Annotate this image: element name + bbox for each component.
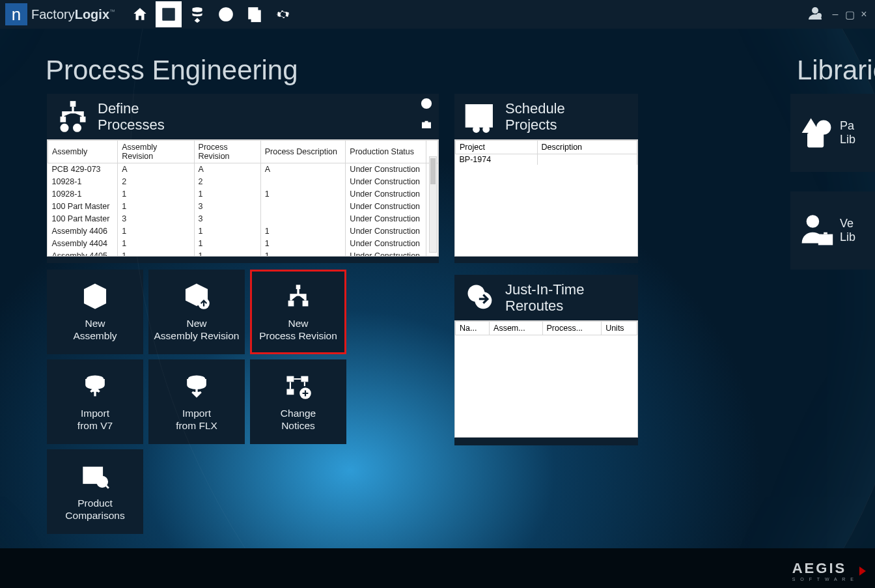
page-title: Process Engineering: [46, 55, 298, 86]
brand-b: Logix: [75, 7, 109, 21]
svg-rect-37: [818, 234, 833, 245]
table-row[interactable]: PCB 429-073AAAUnder Construction: [48, 163, 438, 176]
tile-comparisons[interactable]: ProductComparisons: [47, 449, 143, 534]
define-title-2: Processes: [98, 117, 165, 133]
svg-rect-25: [303, 300, 309, 306]
jit-icon: [461, 279, 500, 316]
maximize-button[interactable]: ▢: [844, 8, 855, 21]
jit-grid[interactable]: Na... Assem... Process... Units: [454, 320, 638, 438]
nav-home[interactable]: [127, 1, 153, 27]
col-name[interactable]: Na...: [456, 322, 490, 335]
side-section-title: Librarie: [797, 55, 875, 86]
action-tiles: NewAssemblyNewAssembly RevisionNewProces…: [47, 270, 444, 534]
svg-point-21: [475, 292, 492, 309]
svg-rect-8: [80, 117, 86, 122]
svg-rect-7: [61, 117, 66, 122]
svg-rect-0: [162, 8, 175, 21]
tile-from-flx[interactable]: Importfrom FLX: [148, 359, 245, 444]
col-assem[interactable]: Assem...: [490, 322, 542, 335]
footer: AEGIS S O F T W A R E: [0, 548, 875, 588]
svg-rect-28: [286, 376, 294, 382]
col-assembly[interactable]: Assembly: [48, 141, 118, 163]
col-assembly-rev[interactable]: Assembly Revision: [118, 141, 194, 163]
user-icon[interactable]: [807, 5, 823, 23]
side-tile-ve[interactable]: VeLib: [790, 191, 875, 270]
define-icon: [53, 98, 92, 135]
svg-rect-14: [423, 122, 431, 128]
table-row[interactable]: 10928-1111Under Construction: [48, 188, 438, 201]
nav-settings[interactable]: [270, 1, 296, 27]
schedule-grid[interactable]: Project Description BP-1974: [454, 139, 638, 257]
define-processes-panel: Define Processes Assembly Assembly Revis…: [47, 94, 439, 263]
svg-rect-30: [286, 389, 294, 395]
svg-rect-24: [288, 300, 294, 306]
schedule-icon: [461, 98, 500, 135]
tile-notices[interactable]: ChangeNotices: [250, 359, 346, 444]
col-project[interactable]: Project: [456, 141, 538, 154]
table-row[interactable]: 100 Part Master13Under Construction: [48, 201, 438, 213]
brand: FactoryLogix™: [31, 7, 115, 22]
tile-process-revision[interactable]: NewProcess Revision: [250, 270, 346, 354]
nav-import[interactable]: [184, 1, 210, 27]
svg-rect-3: [252, 11, 260, 21]
col-units[interactable]: Units: [602, 322, 637, 335]
library-tiles: PaLibVeLib: [790, 94, 875, 270]
schedule-projects-panel: Schedule Projects Project Description BP…: [454, 94, 638, 263]
svg-rect-35: [807, 133, 824, 147]
jit-title-2: Reroutes: [505, 298, 584, 314]
table-row[interactable]: Assembly 4404111Under Construction: [48, 238, 438, 250]
aegis-logo: AEGIS S O F T W A R E: [792, 560, 866, 581]
table-row[interactable]: Assembly 4405111Under Construction: [48, 250, 438, 257]
tile-assembly-revision[interactable]: NewAssembly Revision: [148, 270, 245, 354]
table-row[interactable]: Assembly 4406111Under Construction: [48, 225, 438, 238]
top-nav: [127, 1, 296, 27]
briefcase-icon[interactable]: [421, 119, 432, 133]
window-controls: – ▢ ×: [829, 8, 870, 21]
svg-rect-29: [301, 376, 308, 382]
topbar: n FactoryLogix™ – ▢ ×: [0, 0, 875, 29]
col-process[interactable]: Process...: [542, 322, 602, 335]
svg-point-36: [807, 215, 820, 228]
svg-rect-6: [70, 101, 76, 107]
table-row[interactable]: 100 Part Master33Under Construction: [48, 213, 438, 225]
app-logo: n: [5, 3, 27, 25]
svg-point-18: [475, 128, 477, 130]
table-row[interactable]: BP-1974: [456, 154, 637, 165]
nav-dashboard[interactable]: [156, 1, 182, 27]
nav-globe[interactable]: [213, 1, 239, 27]
add-icon[interactable]: [421, 98, 432, 112]
jit-title-1: Just-In-Time: [505, 281, 584, 298]
schedule-title-1: Schedule: [505, 100, 565, 117]
schedule-title-2: Projects: [505, 117, 565, 133]
define-grid[interactable]: Assembly Assembly Revision Process Revis…: [47, 139, 439, 257]
define-title-1: Define: [98, 100, 165, 117]
col-status[interactable]: Production Status: [346, 141, 426, 163]
svg-point-4: [812, 7, 818, 14]
jit-reroutes-panel: Just-In-Time Reroutes Na... Assem... Pro…: [454, 275, 638, 445]
minimize-button[interactable]: –: [829, 8, 841, 21]
tile-assembly[interactable]: NewAssembly: [47, 270, 143, 354]
close-button[interactable]: ×: [858, 8, 870, 21]
svg-point-34: [816, 120, 831, 134]
col-process-desc[interactable]: Process Description: [260, 141, 346, 163]
nav-pages[interactable]: [242, 1, 268, 27]
brand-a: Factory: [31, 7, 75, 21]
svg-rect-23: [296, 285, 301, 289]
col-process-rev[interactable]: Process Revision: [194, 141, 260, 163]
tile-from-v7[interactable]: Importfrom V7: [47, 359, 143, 444]
svg-point-11: [63, 126, 66, 129]
svg-point-12: [76, 126, 78, 129]
main-content: Process Engineering Librarie Define Proc…: [0, 29, 875, 548]
side-tile-pa[interactable]: PaLib: [790, 94, 875, 172]
table-row[interactable]: 10928-122Under Construction: [48, 176, 438, 188]
svg-point-33: [97, 477, 107, 486]
col-description[interactable]: Description: [537, 141, 637, 154]
svg-point-19: [485, 128, 487, 130]
scrollbar[interactable]: [429, 156, 437, 253]
